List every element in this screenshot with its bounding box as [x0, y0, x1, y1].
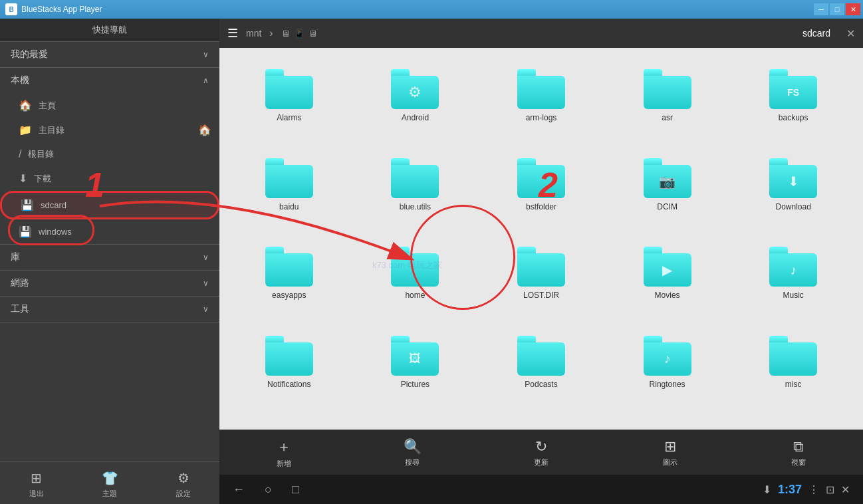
folder-ringtones[interactable]: ♪ Ringtones: [604, 328, 731, 417]
library-arrow: ∨: [203, 253, 209, 262]
sdcard-icon: 💾: [21, 199, 34, 211]
folder-lost-dir-icon: [517, 247, 565, 287]
exit-label: 退出: [29, 489, 44, 499]
folder-music-label: Music: [783, 291, 804, 300]
download-label: 下載: [34, 173, 51, 185]
folder-blue-utils[interactable]: blue.utils: [352, 150, 479, 239]
sidebar-tools-header[interactable]: 工具 ∨: [0, 297, 219, 322]
folder-lost-dir[interactable]: LOST.DIR: [478, 239, 604, 328]
refresh-label: 更新: [534, 457, 549, 467]
folder-alarms-icon: [265, 69, 313, 109]
recents-button[interactable]: □: [292, 483, 299, 497]
exit-icon: ⊞: [31, 470, 42, 486]
sidebar-item-windows[interactable]: 💾 windows: [0, 219, 219, 244]
local-arrow: ∧: [203, 76, 209, 85]
folder-podcasts-icon: [517, 336, 565, 376]
folder-baidu[interactable]: baidu: [226, 150, 352, 239]
sidebar-item-sdcard[interactable]: 💾 sdcard: [0, 191, 219, 219]
search-icon: 🔍: [404, 438, 422, 455]
back-button[interactable]: ←: [233, 483, 245, 497]
folder-pictures-icon: 🖼: [391, 336, 439, 376]
folder-music[interactable]: ♪ Music: [730, 239, 856, 328]
search-button[interactable]: 🔍 搜尋: [389, 438, 435, 467]
settings-label: 設定: [176, 489, 191, 499]
folder-notifications[interactable]: Notifications: [226, 328, 352, 417]
sdcard-label: sdcard: [41, 200, 66, 210]
content-wrapper: ☰ mnt › 🖥 📱 🖥 sdcard ✕: [219, 19, 863, 504]
menu-icon[interactable]: ☰: [227, 26, 238, 41]
maximize-button[interactable]: □: [830, 3, 844, 15]
refresh-icon: ↻: [535, 438, 547, 455]
local-label: 本機: [11, 74, 29, 86]
sidebar-bottom-buttons: ⊞ 退出 👕 主題 ⚙ 設定: [0, 461, 219, 504]
folder-home[interactable]: home: [352, 239, 479, 328]
download-status-icon: ⬇: [763, 483, 771, 496]
sidebar-local-header[interactable]: 本機 ∧: [0, 68, 219, 93]
theme-label: 主題: [102, 489, 117, 499]
sidebar-item-root[interactable]: / 根目錄: [0, 142, 219, 166]
folder-pictures-label: Pictures: [401, 380, 430, 389]
add-button[interactable]: ＋ 新增: [261, 437, 307, 469]
title-bar: B BlueStacks App Player ─ □ ✕: [0, 0, 863, 19]
folder-dcim-icon: 📷: [644, 158, 691, 198]
sidebar-section-tools: 工具 ∨: [0, 297, 219, 322]
window-button[interactable]: ⧉ 視窗: [775, 438, 822, 467]
sidebar-item-home[interactable]: 🏠 主頁: [0, 93, 219, 118]
folder-android-label: Android: [402, 113, 429, 122]
android-close-icon[interactable]: ✕: [841, 483, 850, 496]
system-time: 1:37: [778, 483, 802, 497]
folder-android[interactable]: ⚙ Android: [352, 61, 479, 150]
folder-podcasts[interactable]: Podcasts: [478, 328, 604, 417]
folder-easyapps[interactable]: easyapps: [226, 239, 352, 328]
folder-android-icon: ⚙: [391, 69, 439, 109]
main-layout: 快捷導航 我的最愛 ∨ 本機 ∧ 🏠 主頁: [0, 19, 863, 504]
window-icon: ⧉: [793, 438, 804, 455]
home-label: 主頁: [39, 100, 56, 112]
folder-home-label: home: [405, 291, 425, 300]
theme-button[interactable]: 👕 主題: [102, 470, 118, 499]
sidebar-network-header[interactable]: 網路 ∨: [0, 271, 219, 296]
ringtones-inner-icon: ♪: [664, 351, 671, 366]
home-button[interactable]: ○: [265, 483, 272, 497]
folder-movies-label: Movies: [655, 291, 680, 300]
close-button[interactable]: ✕: [846, 3, 860, 15]
windows-label: windows: [39, 227, 72, 237]
maindir-home-icon: 🏠: [198, 124, 211, 136]
folder-pictures[interactable]: 🖼 Pictures: [352, 328, 479, 417]
content-topbar: ☰ mnt › 🖥 📱 🖥 sdcard ✕: [219, 19, 863, 48]
sidebar-item-maindir[interactable]: 📁 主目錄 🏠: [0, 118, 219, 142]
favorites-label: 我的最愛: [11, 49, 48, 61]
tools-arrow: ∨: [203, 305, 209, 314]
exit-button[interactable]: ⊞ 退出: [29, 470, 44, 499]
minimize-button[interactable]: ─: [814, 3, 828, 15]
folder-download-label: Download: [776, 202, 811, 211]
view-button[interactable]: ⊞ 圖示: [647, 438, 693, 467]
view-label: 圖示: [663, 457, 678, 467]
library-label: 庫: [11, 251, 20, 263]
app-title: BlueStacks App Player: [21, 5, 102, 14]
folder-backups[interactable]: FS backups: [730, 61, 856, 150]
folder-bstfolder[interactable]: bstfolder: [478, 150, 604, 239]
topbar-close-icon[interactable]: ✕: [846, 27, 855, 40]
folder-dcim[interactable]: 📷 DCIM: [604, 150, 731, 239]
sidebar-favorites-header[interactable]: 我的最愛 ∨: [0, 42, 219, 67]
folder-alarms[interactable]: Alarms: [226, 61, 352, 150]
folder-download[interactable]: ⬇ Download: [730, 150, 856, 239]
sidebar-item-download[interactable]: ⬇ 下載: [0, 166, 219, 191]
folder-asr[interactable]: asr: [604, 61, 731, 150]
folder-misc[interactable]: misc: [730, 328, 856, 417]
refresh-button[interactable]: ↻ 更新: [518, 438, 564, 467]
folder-misc-icon: [769, 336, 817, 376]
monitor-icon: 🖥: [281, 29, 290, 39]
android-bar: ← ○ □ ⬇ 1:37 ⋮ ⊡ ✕: [219, 475, 863, 504]
settings-button[interactable]: ⚙ 設定: [176, 470, 191, 499]
folder-baidu-icon: [265, 158, 313, 198]
android-status: ⬇ 1:37 ⋮ ⊡ ✕: [763, 483, 850, 497]
device-icon: 📱: [294, 29, 305, 39]
dcim-inner-icon: 📷: [659, 174, 676, 189]
folder-home-icon: [391, 247, 439, 287]
folder-movies[interactable]: ▶ Movies: [604, 239, 731, 328]
sidebar-library-header[interactable]: 庫 ∨: [0, 245, 219, 270]
search-label: 搜尋: [405, 457, 420, 467]
folder-arm-logs[interactable]: arm-logs: [478, 61, 604, 150]
